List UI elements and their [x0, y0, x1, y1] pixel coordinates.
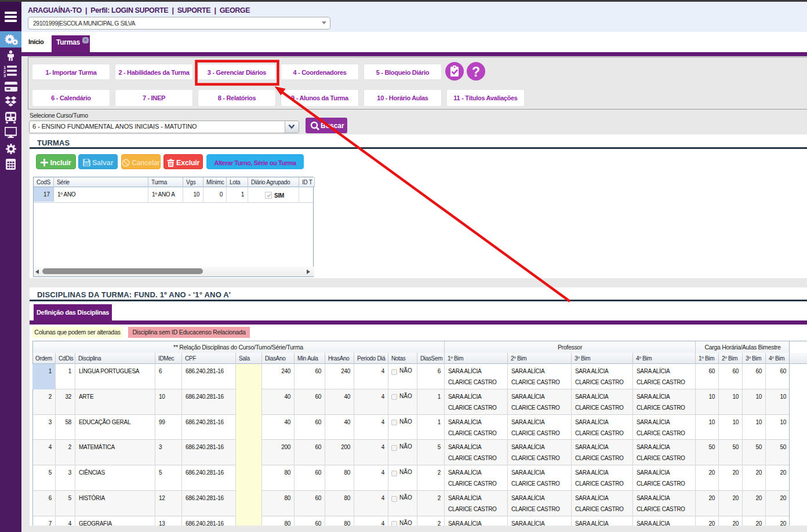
svg-text:3: 3	[3, 73, 6, 78]
svg-text:?: ?	[472, 64, 480, 79]
